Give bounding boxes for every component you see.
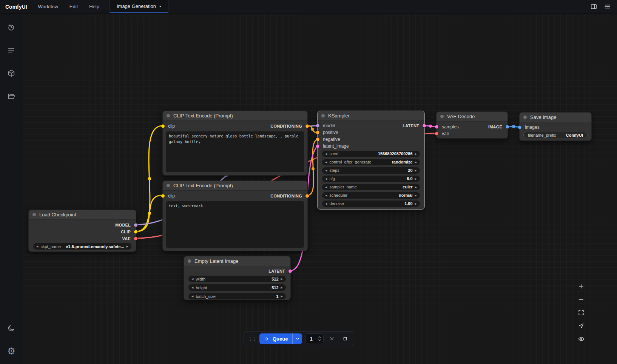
decrement-arrow-icon[interactable]: ◀ — [325, 202, 327, 205]
app-logo[interactable]: ComfyUI — [0, 0, 32, 13]
slot-dot-image-output[interactable] — [506, 125, 509, 129]
node-header[interactable]: KSampler — [318, 111, 424, 121]
collapse-dot-icon[interactable] — [167, 184, 170, 187]
increment-arrow-icon[interactable]: ▶ — [281, 295, 283, 298]
node-header[interactable]: Empty Latent Image — [184, 256, 290, 266]
increment-arrow-icon[interactable]: ▶ — [281, 278, 283, 280]
node-header[interactable]: Save Image — [520, 113, 591, 122]
cfg-widget[interactable]: ◀ cfg 8.0 ▶ — [322, 176, 420, 182]
increment-arrow-icon[interactable]: ▶ — [415, 169, 417, 172]
drag-handle-icon[interactable]: ⋮⋮ — [248, 336, 256, 342]
node-empty-latent-image[interactable]: Empty Latent Image LATENT ◀ width 512 ▶ … — [184, 256, 291, 300]
slot-dot-clip-input[interactable] — [161, 194, 165, 198]
theme-toggle-moon-icon[interactable] — [4, 321, 19, 336]
increment-arrow-icon[interactable]: ▶ — [415, 161, 417, 163]
width-widget[interactable]: ◀ width 512 ▶ — [188, 276, 286, 282]
queue-button-main[interactable]: Queue — [259, 333, 292, 344]
menu-edit[interactable]: Edit — [64, 0, 83, 13]
slot-dot-latent-image-input[interactable] — [316, 145, 319, 148]
prompt-textarea[interactable]: text, watermark — [166, 201, 304, 248]
toggle-link-visibility-eye-icon[interactable] — [574, 332, 588, 345]
clear-queue-icon[interactable] — [327, 334, 337, 344]
slot-dot-samples-input[interactable] — [435, 125, 438, 129]
node-header[interactable]: VAE Decode — [437, 112, 507, 122]
model-library-icon[interactable] — [4, 66, 19, 81]
queue-options-chevron-icon[interactable] — [292, 333, 302, 344]
slot-dot-conditioning-output[interactable] — [305, 125, 309, 128]
node-load-checkpoint[interactable]: Load Checkpoint MODEL CLIP VAE ◀ ckpt_na… — [28, 210, 136, 252]
slot-dot-conditioning-output[interactable] — [305, 194, 309, 198]
decrement-arrow-icon[interactable]: ◀ — [325, 186, 327, 188]
zoom-in-icon[interactable] — [574, 279, 588, 293]
node-header[interactable]: CLIP Text Encode (Prompt) — [163, 181, 307, 191]
control-after-generate-widget[interactable]: ◀ control_after_generate randomize ▶ — [322, 159, 420, 165]
spinner-up-icon[interactable] — [318, 336, 321, 338]
slot-dot-vae-output[interactable] — [134, 237, 137, 241]
denoise-widget[interactable]: ◀ denoise 1.00 ▶ — [322, 201, 420, 207]
collapse-dot-icon[interactable] — [32, 213, 36, 216]
increment-arrow-icon[interactable]: ▶ — [415, 202, 417, 205]
workflows-folder-icon[interactable] — [4, 89, 19, 104]
decrement-arrow-icon[interactable]: ◀ — [191, 295, 193, 298]
slot-dot-vae-input[interactable] — [435, 132, 438, 136]
slot-dot-latent-output[interactable] — [288, 270, 292, 273]
spinner-down-icon[interactable] — [318, 339, 321, 341]
slot-dot-model-output[interactable] — [134, 224, 137, 227]
prompt-textarea[interactable]: beautiful scenery nature glass bottle la… — [166, 131, 304, 172]
increment-arrow-icon[interactable]: ▶ — [415, 194, 417, 197]
node-vae-decode[interactable]: VAE Decode samples IMAGE vae — [436, 111, 508, 139]
decrement-arrow-icon[interactable]: ◀ — [191, 286, 193, 289]
decrement-arrow-icon[interactable]: ◀ — [325, 194, 327, 197]
increment-arrow-icon[interactable]: ▶ — [281, 286, 283, 289]
decrement-arrow-icon[interactable]: ◀ — [325, 153, 327, 155]
slot-dot-clip-input[interactable] — [161, 125, 165, 128]
collapse-dot-icon[interactable] — [167, 114, 170, 117]
slot-dot-latent-output[interactable] — [423, 124, 426, 128]
slot-dot-clip-output[interactable] — [134, 230, 137, 234]
stop-icon[interactable] — [340, 334, 350, 344]
queue-log-icon[interactable] — [4, 43, 19, 58]
sampler-name-widget[interactable]: ◀ sampler_name euler ▶ — [322, 184, 420, 190]
collapse-dot-icon[interactable] — [523, 116, 527, 119]
decrement-arrow-icon[interactable]: ◀ — [325, 161, 327, 163]
tab-image-generation[interactable]: Image Generation ● — [110, 0, 168, 13]
node-header[interactable]: CLIP Text Encode (Prompt) — [163, 111, 307, 121]
menu-workflow[interactable]: Workflow — [32, 0, 64, 13]
slot-dot-images-input[interactable] — [518, 126, 521, 129]
batch-count-spinner[interactable]: 1 — [305, 333, 324, 344]
seed-widget[interactable]: ◀ seed 156680208700286 ▶ — [322, 151, 420, 157]
decrement-arrow-icon[interactable]: ◀ — [36, 245, 38, 248]
slot-dot-negative-input[interactable] — [316, 138, 319, 141]
batch-size-widget[interactable]: ◀ batch_size 1 ▶ — [188, 293, 286, 299]
node-header[interactable]: Load Checkpoint — [29, 210, 136, 220]
node-ksampler[interactable]: KSampler model LATENT positive negative … — [317, 111, 425, 210]
collapse-dot-icon[interactable] — [440, 115, 444, 118]
slot-dot-positive-input[interactable] — [316, 131, 319, 134]
scheduler-widget[interactable]: ◀ scheduler normal ▶ — [322, 192, 420, 199]
zoom-out-icon[interactable] — [574, 293, 588, 306]
slot-dot-model-input[interactable] — [316, 124, 319, 128]
menu-help[interactable]: Help — [83, 0, 105, 13]
decrement-arrow-icon[interactable]: ◀ — [325, 177, 327, 180]
ckpt-name-widget[interactable]: ◀ ckpt_name v1-5-pruned-emaonly.safete..… — [33, 243, 131, 250]
collapse-dot-icon[interactable] — [188, 259, 191, 263]
node-save-image[interactable]: Save Image images filename_prefix ComfyU… — [519, 112, 592, 141]
pointer-mode-icon[interactable] — [574, 319, 588, 332]
increment-arrow-icon[interactable]: ▶ — [415, 186, 417, 188]
node-clip-text-encode-positive[interactable]: CLIP Text Encode (Prompt) clip CONDITION… — [162, 111, 308, 176]
panel-toggle-icon[interactable] — [588, 2, 599, 12]
queue-button[interactable]: Queue — [259, 333, 302, 344]
increment-arrow-icon[interactable]: ▶ — [415, 153, 417, 155]
decrement-arrow-icon[interactable]: ◀ — [325, 169, 327, 172]
fit-view-icon[interactable] — [574, 306, 588, 319]
decrement-arrow-icon[interactable]: ◀ — [191, 278, 193, 280]
filename-prefix-widget[interactable]: filename_prefix ComfyUI — [523, 132, 588, 138]
workflow-history-icon[interactable] — [4, 20, 19, 35]
node-clip-text-encode-negative[interactable]: CLIP Text Encode (Prompt) clip CONDITION… — [162, 180, 308, 251]
increment-arrow-icon[interactable]: ▶ — [126, 245, 128, 248]
steps-widget[interactable]: ◀ steps 20 ▶ — [322, 167, 420, 174]
hamburger-menu-icon[interactable] — [602, 2, 612, 12]
settings-gear-icon[interactable]: ⚙ — [4, 344, 19, 359]
increment-arrow-icon[interactable]: ▶ — [415, 177, 417, 180]
height-widget[interactable]: ◀ height 512 ▶ — [188, 284, 286, 291]
